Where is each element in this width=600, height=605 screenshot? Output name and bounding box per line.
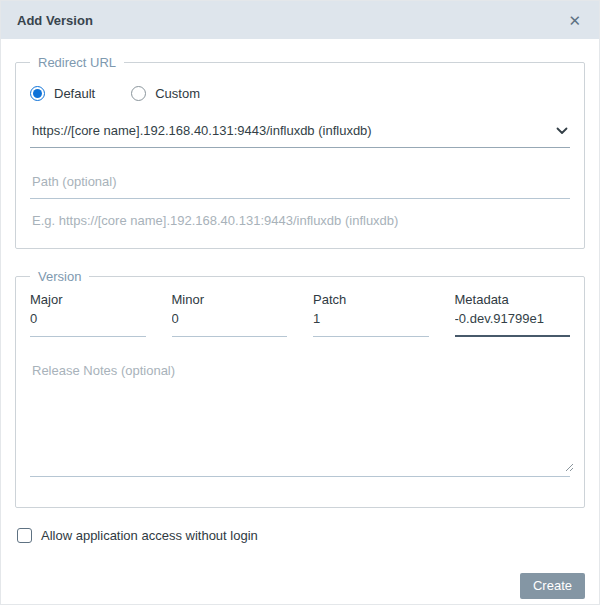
metadata-label: Metadata	[455, 292, 571, 307]
version-field-patch: Patch	[313, 292, 429, 337]
version-section: Version Major Minor Patch Metadata	[15, 269, 585, 508]
redirect-url-section: Redirect URL Default Custom https://[cor…	[15, 55, 585, 249]
version-legend: Version	[30, 269, 89, 284]
release-notes-wrap	[30, 355, 570, 477]
resize-grip-icon[interactable]	[565, 463, 574, 472]
version-field-major: Major	[30, 292, 146, 337]
radio-option-label: Custom	[155, 86, 200, 101]
dialog-footer: Create	[15, 573, 585, 599]
redirect-url-legend: Redirect URL	[30, 55, 124, 70]
minor-input[interactable]	[172, 309, 288, 337]
redirect-url-select[interactable]: https://[core name].192.168.40.131:9443/…	[30, 123, 570, 148]
chevron-down-icon	[556, 127, 568, 135]
minor-label: Minor	[172, 292, 288, 307]
major-input[interactable]	[30, 309, 146, 337]
patch-input[interactable]	[313, 309, 429, 337]
metadata-input[interactable]	[455, 309, 571, 337]
radio-option-default[interactable]: Default	[30, 86, 95, 101]
radio-option-label: Default	[54, 86, 95, 101]
radio-option-custom[interactable]: Custom	[131, 86, 200, 101]
checkbox-unchecked-icon[interactable]	[17, 528, 32, 543]
version-field-minor: Minor	[172, 292, 288, 337]
dialog-title: Add Version	[17, 13, 93, 28]
redirect-url-selected-value: https://[core name].192.168.40.131:9443/…	[32, 123, 372, 138]
create-button[interactable]: Create	[520, 573, 585, 599]
allow-access-checkbox-row[interactable]: Allow application access without login	[17, 528, 583, 543]
major-label: Major	[30, 292, 146, 307]
dialog-header: Add Version ✕	[1, 1, 599, 39]
redirect-type-radio-group: Default Custom	[30, 86, 572, 101]
allow-access-label: Allow application access without login	[41, 528, 258, 543]
patch-label: Patch	[313, 292, 429, 307]
url-example-helper-text: E.g. https://[core name].192.168.40.131:…	[32, 213, 568, 228]
radio-selected-icon[interactable]	[30, 86, 45, 101]
version-field-metadata: Metadata	[455, 292, 571, 337]
release-notes-textarea[interactable]	[30, 355, 570, 477]
close-icon[interactable]: ✕	[566, 11, 583, 30]
add-version-dialog: Add Version ✕ Redirect URL Default Custo…	[0, 0, 600, 605]
radio-unselected-icon[interactable]	[131, 86, 146, 101]
path-input[interactable]	[30, 174, 570, 199]
version-fields-grid: Major Minor Patch Metadata	[30, 292, 570, 337]
dialog-body: Redirect URL Default Custom https://[cor…	[1, 55, 599, 599]
